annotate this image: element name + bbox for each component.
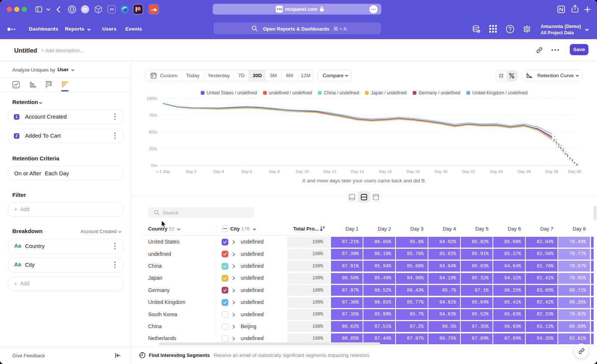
svg-text:Day 26: Day 26	[518, 169, 531, 174]
svg-text:Day 28: Day 28	[546, 169, 559, 174]
svg-text:Day 10: Day 10	[296, 169, 309, 174]
svg-text:Day 4: Day 4	[213, 169, 224, 174]
svg-text:Day 22: Day 22	[462, 169, 475, 174]
svg-text:Day 6: Day 6	[241, 169, 252, 174]
svg-text:Day 14: Day 14	[351, 169, 364, 174]
svg-text:Day 12: Day 12	[323, 169, 337, 174]
svg-text:25%: 25%	[149, 147, 157, 151]
svg-text:< 1 Day: < 1 Day	[156, 169, 171, 174]
svg-text:75%: 75%	[149, 113, 157, 117]
svg-text:0%: 0%	[151, 163, 157, 168]
svg-text:Day 8: Day 8	[269, 169, 280, 174]
svg-text:Day 16: Day 16	[379, 169, 392, 174]
svg-text:Day 24: Day 24	[490, 169, 503, 174]
svg-text:Day 18: Day 18	[407, 169, 420, 174]
svg-text:100%: 100%	[147, 96, 157, 101]
svg-text:50%: 50%	[149, 130, 157, 134]
svg-text:Day 2: Day 2	[186, 169, 197, 174]
svg-text:Day 20: Day 20	[435, 169, 448, 174]
svg-text:Day 30: Day 30	[568, 169, 581, 174]
